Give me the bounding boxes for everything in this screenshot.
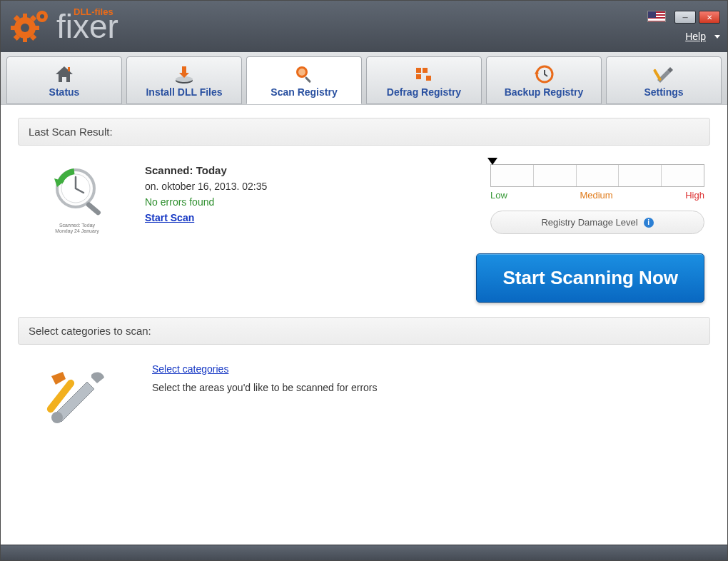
damage-gauge: Low Medium High Registry Damage Level i (490, 164, 704, 234)
content-area: Last Scan Result: Scanned: Today Monday … (1, 105, 727, 545)
gauge-medium-label: Medium (580, 190, 612, 201)
tab-backup-registry[interactable]: Backup Registry (486, 56, 602, 104)
scan-result-text: Scanned: Today on. oktober 16, 2013. 02:… (145, 164, 359, 223)
tab-label: Install DLL Files (146, 86, 222, 98)
damage-level-text: Registry Damage Level (541, 217, 637, 228)
svg-rect-19 (423, 68, 428, 73)
help-link[interactable]: Help (685, 31, 706, 42)
svg-rect-21 (426, 76, 431, 81)
download-icon (173, 64, 195, 85)
svg-rect-18 (416, 68, 421, 73)
tab-label: Status (49, 86, 80, 98)
svg-rect-20 (416, 74, 421, 79)
minimize-button[interactable]: ─ (674, 11, 696, 24)
gear-icon (9, 6, 52, 46)
statusbar (1, 545, 727, 560)
categories-desc: Select the areas you'd like to be scanne… (152, 382, 378, 393)
tab-scan-registry[interactable]: Scan Registry (246, 56, 362, 104)
gauge-bar (490, 164, 704, 187)
tab-label: Backup Registry (505, 86, 583, 98)
tab-label: Settings (644, 86, 683, 98)
tab-install-dll[interactable]: Install DLL Files (126, 56, 242, 104)
gauge-low-label: Low (490, 190, 507, 201)
tools-icon (653, 64, 674, 85)
svg-rect-2 (23, 14, 27, 19)
close-button[interactable]: ✕ (699, 11, 720, 24)
select-categories-link[interactable]: Select categories (152, 363, 378, 375)
svg-rect-17 (305, 76, 311, 83)
categories-text: Select categories Select the areas you'd… (152, 363, 378, 393)
svg-point-1 (21, 24, 29, 32)
blocks-icon (413, 64, 435, 85)
damage-level-pill[interactable]: Registry Damage Level i (490, 211, 704, 234)
scanned-heading: Scanned: Today (145, 164, 359, 176)
svg-rect-12 (68, 67, 70, 71)
svg-rect-26 (86, 201, 102, 216)
start-scanning-button[interactable]: Start Scanning Now (476, 253, 704, 303)
titlebar: fixer DLL-files ─ ✕ Help (1, 1, 727, 52)
tools-crossed-icon (41, 363, 113, 428)
chevron-down-icon (714, 35, 720, 39)
svg-point-27 (51, 412, 63, 423)
scan-result-icon-col: Scanned: Today Monday 24 January (24, 164, 131, 235)
gauge-pointer-icon (487, 158, 497, 165)
svg-rect-5 (34, 26, 39, 30)
gauge-labels: Low Medium High (490, 190, 704, 201)
svg-rect-4 (11, 26, 16, 30)
app-logo: fixer DLL-files (9, 6, 118, 46)
app-window: fixer DLL-files ─ ✕ Help Status (0, 0, 728, 561)
categories-icon-col (24, 363, 131, 428)
start-scan-link[interactable]: Start Scan (145, 212, 359, 223)
scan-icon-caption: Scanned: Today Monday 24 January (55, 223, 98, 235)
locale-flag-icon[interactable] (647, 11, 666, 22)
main-tabs: Status Install DLL Files Scan Registry D… (1, 52, 727, 105)
tab-settings[interactable]: Settings (606, 56, 722, 104)
tab-label: Defrag Registry (387, 86, 461, 98)
categories-row: Select categories Select the areas you'd… (18, 359, 710, 432)
clock-magnifier-icon (43, 164, 111, 220)
gauge-high-label: High (685, 190, 704, 201)
svg-rect-23 (653, 69, 662, 81)
svg-point-16 (298, 69, 305, 76)
svg-point-11 (40, 14, 44, 19)
home-icon (54, 64, 75, 85)
brand-sub: DLL-files (74, 6, 113, 17)
tab-label: Scan Registry (271, 86, 337, 98)
tab-status[interactable]: Status (6, 56, 122, 104)
scan-status: No errors found (145, 196, 359, 208)
svg-rect-3 (23, 36, 27, 42)
info-icon: i (644, 218, 654, 228)
tab-defrag-registry[interactable]: Defrag Registry (366, 56, 482, 104)
clock-back-icon (533, 64, 555, 85)
scan-result-row: Scanned: Today Monday 24 January Scanned… (18, 160, 710, 239)
section-header-last-scan: Last Scan Result: (18, 118, 710, 146)
magnifier-icon (293, 64, 315, 85)
window-controls: ─ ✕ (647, 11, 720, 24)
section-header-categories: Select categories to scan: (18, 317, 710, 345)
scan-datetime: on. oktober 16, 2013. 02:35 (145, 181, 359, 192)
